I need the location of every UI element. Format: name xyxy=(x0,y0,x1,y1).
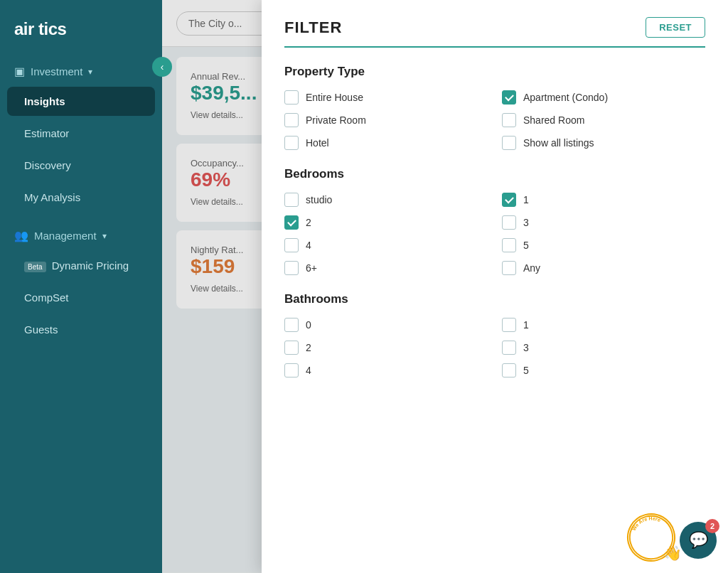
checkbox-5-bedroom[interactable] xyxy=(502,238,516,252)
management-label: Management xyxy=(34,230,97,242)
sidebar-item-label: My Analysis xyxy=(24,191,80,203)
any-bedroom-label: Any xyxy=(523,262,540,274)
filter-header: FILTER RESET xyxy=(284,17,705,48)
entire-house-label: Entire House xyxy=(306,92,363,103)
2-bedroom-label: 2 xyxy=(306,217,311,228)
property-type-section: Property Type Entire House Apartment (Co… xyxy=(284,65,705,150)
filter-backdrop[interactable] xyxy=(162,0,262,573)
sidebar-item-discovery[interactable]: Discovery xyxy=(7,151,155,180)
checkbox-5-bathroom[interactable] xyxy=(502,363,516,377)
investment-section-header[interactable]: ▣ Investment ▾ xyxy=(0,58,162,85)
bedroom-6plus[interactable]: 6+ xyxy=(284,261,488,275)
property-type-shared-room[interactable]: Shared Room xyxy=(502,113,705,127)
bathrooms-grid: 0 1 2 3 4 xyxy=(284,318,705,377)
0-bathroom-label: 0 xyxy=(306,319,311,331)
sidebar-item-label: Dynamic Pricing xyxy=(52,259,129,272)
checkbox-3-bedroom[interactable] xyxy=(502,215,516,230)
bathroom-2[interactable]: 2 xyxy=(284,341,488,355)
chat-button[interactable]: 💬 2 xyxy=(680,522,717,559)
bedrooms-grid: studio 1 2 3 xyxy=(284,193,705,275)
property-type-entire-house[interactable]: Entire House xyxy=(284,90,488,105)
sidebar-item-insights[interactable]: Insights xyxy=(7,87,155,116)
studio-label: studio xyxy=(306,194,332,205)
4-bedroom-label: 4 xyxy=(306,240,311,251)
bedrooms-title: Bedrooms xyxy=(284,167,705,181)
property-type-show-all[interactable]: Show all listings xyxy=(502,136,705,150)
checkbox-private-room[interactable] xyxy=(284,113,299,127)
checkbox-1-bedroom[interactable] xyxy=(502,193,516,207)
investment-label: Investment xyxy=(31,65,82,77)
chevron-left-icon: ‹ xyxy=(161,61,164,73)
sidebar-item-estimator[interactable]: Estimator xyxy=(7,119,155,148)
bathroom-5[interactable]: 5 xyxy=(502,363,705,377)
checkbox-shared-room[interactable] xyxy=(502,113,516,127)
checkbox-0-bathroom[interactable] xyxy=(284,318,299,332)
sidebar-item-label: CompSet xyxy=(24,291,69,304)
sidebar-item-label: Estimator xyxy=(24,127,69,139)
bathroom-0[interactable]: 0 xyxy=(284,318,488,332)
1-bathroom-label: 1 xyxy=(523,319,529,331)
bedroom-3[interactable]: 3 xyxy=(502,215,705,230)
checkbox-studio[interactable] xyxy=(284,193,299,207)
1-bedroom-label: 1 xyxy=(523,194,529,205)
hand-wave-icon: 👋 xyxy=(664,545,682,562)
bathroom-3[interactable]: 3 xyxy=(502,341,705,355)
bedroom-5[interactable]: 5 xyxy=(502,238,705,252)
checkbox-hotel[interactable] xyxy=(284,136,299,150)
checkbox-4-bedroom[interactable] xyxy=(284,238,299,252)
bedroom-1[interactable]: 1 xyxy=(502,193,705,207)
sidebar: air tics ‹ ▣ Investment ▾ Insights Estim… xyxy=(0,0,162,573)
checkbox-6plus-bedroom[interactable] xyxy=(284,261,299,275)
5-bedroom-label: 5 xyxy=(523,240,529,251)
filter-panel: FILTER RESET Property Type Entire House … xyxy=(262,0,728,573)
logo: air tics xyxy=(0,0,162,58)
sidebar-collapse-button[interactable]: ‹ xyxy=(152,57,172,77)
bathrooms-section: Bathrooms 0 1 2 xyxy=(284,292,705,377)
checkbox-2-bedroom[interactable] xyxy=(284,215,299,230)
checkbox-1-bathroom[interactable] xyxy=(502,318,516,332)
property-type-apartment-condo[interactable]: Apartment (Condo) xyxy=(502,90,705,105)
3-bathroom-label: 3 xyxy=(523,342,529,353)
investment-icon: ▣ xyxy=(14,65,25,78)
6plus-bedroom-label: 6+ xyxy=(306,262,317,274)
chat-badge: 2 xyxy=(705,519,719,533)
svg-text:We Are Here: We Are Here xyxy=(629,513,663,532)
private-room-label: Private Room xyxy=(306,114,366,126)
main-content: The City o... Annual Rev... $39,5... Vie… xyxy=(162,0,728,573)
bedroom-2[interactable]: 2 xyxy=(284,215,488,230)
bedroom-4[interactable]: 4 xyxy=(284,238,488,252)
management-section-header[interactable]: 👥 Management ▾ xyxy=(0,222,162,250)
bedroom-any[interactable]: Any xyxy=(502,261,705,275)
property-type-private-room[interactable]: Private Room xyxy=(284,113,488,127)
sidebar-item-dynamic-pricing[interactable]: Beta Dynamic Pricing xyxy=(7,251,155,280)
checkbox-show-all[interactable] xyxy=(502,136,516,150)
checkbox-4-bathroom[interactable] xyxy=(284,363,299,377)
checkbox-3-bathroom[interactable] xyxy=(502,341,516,355)
chevron-down-icon: ▾ xyxy=(88,67,92,77)
sidebar-item-guests[interactable]: Guests xyxy=(7,315,155,344)
5-bathroom-label: 5 xyxy=(523,365,529,376)
we-are-here-sticker: We Are Here 👋 xyxy=(627,513,677,563)
bathroom-4[interactable]: 4 xyxy=(284,363,488,377)
logo-text: air tics xyxy=(14,19,66,39)
checkbox-any-bedroom[interactable] xyxy=(502,261,516,275)
4-bathroom-label: 4 xyxy=(306,365,311,376)
checkbox-entire-house[interactable] xyxy=(284,90,299,105)
checkbox-2-bathroom[interactable] xyxy=(284,341,299,355)
property-type-title: Property Type xyxy=(284,65,705,79)
beta-badge: Beta xyxy=(24,262,46,272)
bedrooms-section: Bedrooms studio 1 2 xyxy=(284,167,705,275)
management-icon: 👥 xyxy=(14,229,28,242)
property-type-hotel[interactable]: Hotel xyxy=(284,136,488,150)
filter-title: FILTER xyxy=(284,18,342,37)
sidebar-item-label: Guests xyxy=(24,323,58,336)
bedroom-studio[interactable]: studio xyxy=(284,193,488,207)
3-bedroom-label: 3 xyxy=(523,217,529,228)
checkbox-apartment-condo[interactable] xyxy=(502,90,516,105)
sidebar-item-my-analysis[interactable]: My Analysis xyxy=(7,183,155,212)
apartment-condo-label: Apartment (Condo) xyxy=(523,92,608,103)
reset-button[interactable]: RESET xyxy=(646,17,705,38)
bathrooms-title: Bathrooms xyxy=(284,292,705,306)
bathroom-1[interactable]: 1 xyxy=(502,318,705,332)
sidebar-item-compset[interactable]: CompSet xyxy=(7,283,155,312)
